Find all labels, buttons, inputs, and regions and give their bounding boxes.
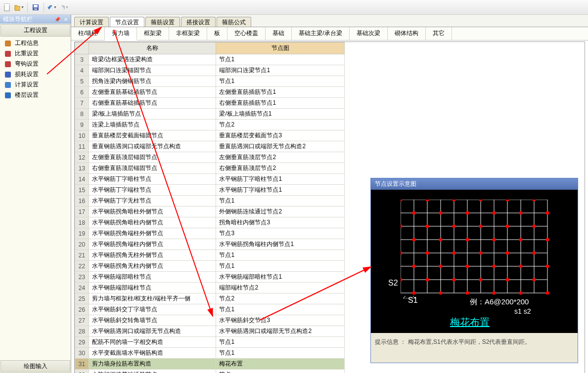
cell-value[interactable]: 垂直筋楼层变截面节点3 [216, 130, 345, 141]
sidebar-item-5[interactable]: 楼层设置 [0, 90, 71, 100]
top-tab-3[interactable]: 搭接设置 [181, 17, 216, 27]
redo-button[interactable]: ▼ [58, 2, 69, 13]
cell-value[interactable]: 节点1 [216, 261, 345, 272]
sidebar-item-4[interactable]: 计算设置 [0, 80, 71, 90]
cell-name[interactable]: 剪力墙身拉筋布置构造 [89, 359, 216, 370]
table-row[interactable]: 27水平钢筋斜交转角墙节点水平钢筋斜交节点3 [75, 315, 345, 326]
sub-tab-4[interactable]: 板 [207, 27, 227, 40]
cell-value[interactable]: 节点1 [216, 76, 345, 87]
cell-name[interactable]: 端部洞口连梁锚固节点 [89, 65, 216, 76]
table-row[interactable]: 17水平钢筋拐角暗柱外侧节点外侧钢筋连续通过节点2 [75, 207, 345, 217]
cell-value[interactable]: 外侧钢筋连续通过节点2 [216, 207, 345, 217]
cell-name[interactable]: 配筋不同的墙一字相交构造 [89, 337, 216, 348]
cell-value[interactable]: 节点1 [216, 337, 345, 348]
sidebar-section-draw[interactable]: 绘图输入 [0, 360, 70, 373]
top-tab-4[interactable]: 箍筋公式 [217, 17, 251, 27]
table-row[interactable]: 7右侧垂直筋基础插筋节点右侧垂直筋插筋节点1 [75, 98, 345, 109]
table-row[interactable]: 10垂直筋楼层变截面锚固节点垂直筋楼层变截面节点3 [75, 130, 345, 141]
sub-tab-1[interactable]: 剪力墙 [105, 27, 137, 41]
table-row[interactable]: 9连梁上墙插筋节点节点2 [75, 120, 345, 130]
undo-button[interactable]: ▼ [46, 2, 57, 13]
table-row[interactable]: 16水平钢筋丁字无柱节点节点1 [75, 196, 345, 207]
table-row[interactable]: 21水平钢筋拐角无柱外侧节点节点1 [75, 250, 345, 261]
cell-value[interactable]: 左侧垂直筋插筋节点1 [216, 87, 345, 98]
cell-name[interactable]: 水平钢筋拐角端柱外侧节点 [89, 228, 216, 239]
sidebar-pin-icon[interactable]: 📌 [54, 17, 60, 22]
sidebar-item-2[interactable]: 弯钩设置 [0, 59, 71, 69]
sub-tab-8[interactable]: 基础次梁 [350, 27, 388, 40]
cell-name[interactable]: 水平钢筋拐角端柱内侧节点 [89, 239, 216, 250]
cell-name[interactable]: 水平钢筋拐角暗柱内侧节点 [89, 217, 216, 228]
table-row[interactable]: 22水平钢筋拐角无柱内侧节点节点1 [75, 261, 345, 272]
cell-value[interactable]: 梁/板上墙插筋节点1 [216, 109, 345, 120]
table-row[interactable]: 30水平变截面墙水平钢筋构造节点1 [75, 348, 345, 359]
cell-name[interactable]: 水平钢筋斜交丁字墙节点 [89, 304, 216, 315]
cell-value[interactable]: 左侧垂直筋顶层节点2 [216, 152, 345, 163]
table-row[interactable]: 12左侧垂直筋顶层锚固节点左侧垂直筋顶层节点2 [75, 152, 345, 163]
cell-value[interactable]: 水平钢筋丁字暗柱节点1 [216, 174, 345, 185]
cell-value[interactable]: 水平钢筋斜交节点3 [216, 315, 345, 326]
table-row[interactable]: 6左侧垂直筋基础插筋节点左侧垂直筋插筋节点1 [75, 87, 345, 98]
cell-value[interactable]: 水平钢筋拐角端柱内侧节点1 [216, 239, 345, 250]
table-row[interactable]: 4端部洞口连梁锚固节点端部洞口连梁节点1 [75, 65, 345, 76]
table-row[interactable]: 24水平钢筋端部端柱节点端部端柱节点2 [75, 283, 345, 293]
cell-name[interactable]: 水平钢筋拐角无柱内侧节点 [89, 261, 216, 272]
cell-name[interactable]: 暗梁/边框梁遇连梁构造 [89, 54, 216, 65]
new-file-button[interactable] [2, 2, 13, 13]
cell-value[interactable]: 右侧垂直筋插筋节点1 [216, 98, 345, 109]
table-row[interactable]: 25剪力墙与框架柱/框支柱/端柱平齐一侧节点2 [75, 293, 345, 304]
table-row[interactable]: 29配筋不同的墙一字相交构造节点1 [75, 337, 345, 348]
cell-name[interactable]: 左侧垂直筋顶层锚固节点 [89, 152, 216, 163]
save-button[interactable] [30, 2, 41, 13]
cell-value[interactable]: 节点一 [216, 370, 345, 373]
diagram-link[interactable]: 梅花布置 [450, 316, 490, 329]
cell-value[interactable]: 节点1 [216, 250, 345, 261]
cell-name[interactable]: 左侧垂直筋基础插筋节点 [89, 87, 216, 98]
cell-value[interactable]: 右侧垂直筋顶层节点2 [216, 163, 345, 174]
cell-value[interactable]: 梅花布置 [216, 359, 345, 370]
cell-value[interactable]: 水平钢筋丁字端柱节点1 [216, 185, 345, 196]
table-row[interactable]: 3暗梁/边框梁遇连梁构造节点1 [75, 54, 345, 65]
table-row[interactable]: 8梁/板上墙插筋节点梁/板上墙插筋节点1 [75, 109, 345, 120]
sub-tab-0[interactable]: 柱/墙柱 [71, 27, 105, 40]
cell-name[interactable]: 水平钢筋丁字端柱节点 [89, 185, 216, 196]
cell-name[interactable]: 剪力墙与框架柱/框支柱/端柱平齐一侧 [89, 293, 216, 304]
cell-name[interactable]: 连梁上墙插筋节点 [89, 120, 216, 130]
cell-name[interactable]: 水平钢筋拐角暗柱外侧节点 [89, 207, 216, 217]
cell-name[interactable]: 水平钢筋斜交转角墙节点 [89, 315, 216, 326]
cell-name[interactable]: 水平变截面墙水平钢筋构造 [89, 348, 216, 359]
table-row[interactable]: 13右侧垂直筋顶层锚固节点右侧垂直筋顶层节点2 [75, 163, 345, 174]
table-row[interactable]: 23水平钢筋端部暗柱节点水平钢筋端部暗柱节点1 [75, 272, 345, 283]
sidebar-item-0[interactable]: 工程信息 [0, 38, 71, 48]
table-row[interactable]: 11垂直钢筋遇洞口或端部无节点构造垂直筋遇洞口或端部无节点构造2 [75, 141, 345, 152]
table-row[interactable]: 14水平钢筋丁字暗柱节点水平钢筋丁字暗柱节点1 [75, 174, 345, 185]
sidebar-item-3[interactable]: 损耗设置 [0, 69, 71, 80]
cell-name[interactable]: 水平钢筋端部端柱节点 [89, 283, 216, 293]
cell-value[interactable]: 垂直筋遇洞口或端部无节点构造2 [216, 141, 345, 152]
table-row[interactable]: 28水平钢筋遇洞口或端部无节点构造水平钢筋遇洞口或端部无节点构造2 [75, 326, 345, 337]
cell-value[interactable]: 节点1 [216, 196, 345, 207]
cell-value[interactable]: 节点1 [216, 54, 345, 65]
sub-tab-7[interactable]: 基础主梁/承台梁 [292, 27, 349, 40]
cell-value[interactable]: 端部端柱节点2 [216, 283, 345, 293]
cell-name[interactable]: 水平钢筋拐角无柱外侧节点 [89, 250, 216, 261]
top-tab-1[interactable]: 节点设置 [110, 17, 144, 27]
sidebar-item-1[interactable]: 比重设置 [0, 48, 71, 59]
cell-value[interactable]: 节点1 [216, 348, 345, 359]
cell-value[interactable]: 节点2 [216, 120, 345, 130]
sidebar-section-project[interactable]: 工程设置 [0, 24, 70, 37]
cell-name[interactable]: 梁/板上墙插筋节点 [89, 109, 216, 120]
sidebar-close-icon[interactable]: ✕ [64, 17, 68, 22]
table-row[interactable]: 32人防门框墙基础插筋节点节点一 [75, 370, 345, 373]
table-row[interactable]: 20水平钢筋拐角端柱内侧节点水平钢筋拐角端柱内侧节点1 [75, 239, 345, 250]
cell-name[interactable]: 人防门框墙基础插筋节点 [89, 370, 216, 373]
table-row[interactable]: 15水平钢筋丁字端柱节点水平钢筋丁字端柱节点1 [75, 185, 345, 196]
cell-value[interactable]: 水平钢筋端部暗柱节点1 [216, 272, 345, 283]
cell-name[interactable]: 右侧垂直筋顶层锚固节点 [89, 163, 216, 174]
table-row[interactable]: 5拐角连梁内侧钢筋节点节点1 [75, 76, 345, 87]
open-file-button[interactable]: ▼ [14, 2, 25, 13]
sub-tab-3[interactable]: 非框架梁 [169, 27, 207, 40]
cell-name[interactable]: 水平钢筋遇洞口或端部无节点构造 [89, 326, 216, 337]
cell-name[interactable]: 拐角连梁内侧钢筋节点 [89, 76, 216, 87]
cell-value[interactable]: 水平钢筋遇洞口或端部无节点构造2 [216, 326, 345, 337]
